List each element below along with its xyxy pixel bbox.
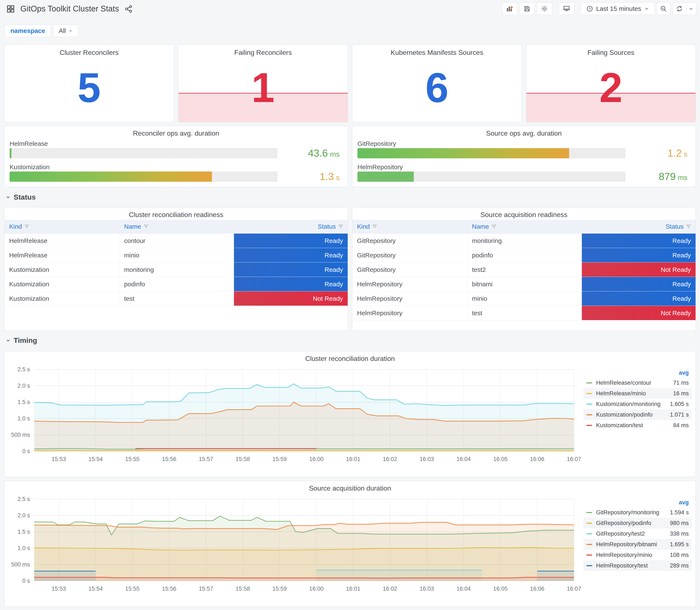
x-axis-tick-label: 15:54 [88, 456, 103, 462]
legend-series-swatch [586, 393, 592, 394]
section-status-title: Status [14, 193, 36, 201]
share-icon[interactable] [125, 5, 133, 13]
namespace-value-text: All [59, 27, 66, 34]
table-row: HelmRepositorytestNot Ready [352, 306, 696, 320]
chevron-down-icon [68, 29, 73, 33]
dashboard-grid-icon[interactable] [6, 5, 15, 13]
gauge-label: HelmRelease [10, 140, 48, 147]
refresh-button[interactable] [672, 2, 686, 15]
stat-value: 6 [352, 67, 522, 109]
x-axis-tick-label: 15:58 [236, 585, 250, 592]
legend-item[interactable]: GitRepository/test2338 ms [583, 528, 692, 539]
variable-namespace-value-dropdown[interactable]: All [53, 25, 78, 37]
legend-series-avg: 71 ms [673, 380, 689, 386]
legend-series-avg: 1.605 s [670, 401, 689, 407]
y-axis-tick-label: 2.5 s [17, 366, 30, 373]
legend-item[interactable]: Kustomization/test84 ms [583, 420, 692, 431]
legend-item[interactable]: Kustomization/monitoring1.605 s [583, 399, 692, 410]
section-timing-toggle[interactable]: Timing [5, 336, 37, 344]
x-axis-tick-label: 15:56 [162, 456, 176, 462]
cell-kind: GitRepository [352, 234, 467, 248]
legend-series-name: Kustomization/monitoring [596, 401, 670, 407]
y-axis-tick-label: 1.5 s [17, 529, 30, 535]
stat-panel-2: Kubernetes Manifests Sources6 [352, 45, 522, 122]
table-panel-1: Source acquisition readinessKindNameStat… [352, 207, 696, 331]
x-axis-tick-label: 16:04 [456, 585, 471, 592]
table-header-row: KindNameStatus [4, 220, 348, 234]
y-axis-tick-label: 2.5 s [17, 496, 30, 502]
stat-panel-title: Kubernetes Manifests Sources [352, 49, 522, 57]
column-header-status[interactable]: Status [582, 220, 696, 234]
column-header-name[interactable]: Name [467, 220, 582, 234]
legend-series-swatch [586, 512, 592, 513]
panel-title: Source ops avg. duration [352, 129, 696, 137]
cell-status: Ready [582, 248, 696, 262]
legend-item[interactable]: HelmRelease/minio16 ms [583, 388, 692, 399]
stat-panels-row: Cluster Reconcilers5Failing Reconcilers1… [4, 45, 696, 122]
column-header-name[interactable]: Name [119, 220, 234, 234]
save-dashboard-button[interactable] [519, 2, 535, 15]
stat-panel-0: Cluster Reconcilers5 [4, 45, 174, 122]
legend-item[interactable]: HelmRepository/bitnami1.695 s [583, 539, 692, 550]
status-badge: Ready [582, 234, 696, 248]
column-header-kind[interactable]: Kind [352, 220, 467, 234]
stat-panel-title: Cluster Reconcilers [4, 49, 174, 57]
gauge-track [10, 148, 278, 158]
refresh-interval-dropdown[interactable] [686, 2, 696, 15]
column-header-status[interactable]: Status [234, 220, 348, 234]
legend-item[interactable]: GitRepository/podinfo980 ms [583, 518, 692, 528]
cell-kind: HelmRepository [352, 277, 467, 291]
cycle-view-mode-button[interactable] [559, 2, 574, 15]
gauge-label: Kustomization [10, 163, 50, 171]
legend-item[interactable]: GitRepository/monitoring1.594 s [583, 507, 692, 518]
stat-panel-1: Failing Reconcilers1 [178, 45, 348, 122]
table-row: GitRepositorytest2Not Ready [352, 262, 696, 277]
legend-item[interactable]: HelmRepository/test289 ms [583, 560, 692, 571]
cell-status: Not Ready [582, 262, 696, 277]
toolbar-spacer [576, 2, 579, 15]
status-badge: Not Ready [582, 306, 696, 320]
gauge-value-number: 43.6 [308, 148, 328, 158]
stat-value: 1 [179, 67, 348, 109]
legend-series-name: Kustomization/podinfo [596, 412, 670, 418]
legend-series-avg: 289 ms [670, 562, 689, 569]
cell-kind: Kustomization [4, 262, 119, 277]
y-axis-tick-label: 1.0 s [17, 415, 30, 422]
bar-gauge-panel-0: Reconciler ops avg. durationHelmRelease4… [4, 126, 348, 187]
cell-name: podinfo [467, 248, 582, 262]
cell-kind: Kustomization [4, 277, 119, 291]
stat-panel-title: Failing Reconcilers [179, 49, 348, 57]
bar-gauge-panel-1: Source ops avg. durationGitRepository1.2… [352, 126, 696, 187]
x-axis-tick-label: 16:06 [530, 585, 544, 592]
cell-name: minio [467, 291, 582, 306]
series-area [34, 522, 574, 581]
x-axis-tick-label: 16:01 [346, 456, 360, 462]
dashboard-settings-button[interactable] [537, 2, 552, 15]
cell-name: test [119, 291, 234, 306]
gauge-value-number: 1.2 [667, 148, 682, 158]
column-header-kind[interactable]: Kind [4, 220, 119, 234]
x-axis-tick-label: 16:07 [567, 585, 581, 592]
legend-item[interactable]: Kustomization/podinfo1.071 s [583, 410, 692, 420]
column-header-label: Kind [9, 223, 22, 230]
y-axis-tick-label: 1.5 s [17, 399, 30, 405]
legend-item[interactable]: HelmRepository/minio108 ms [583, 550, 692, 560]
variable-namespace-label[interactable]: namespace [5, 25, 51, 37]
y-axis-tick-label: 1.0 s [17, 545, 30, 551]
gauge-fill [357, 172, 414, 182]
legend-series-name: HelmRelease/minio [596, 390, 673, 397]
time-range-picker[interactable]: Last 15 minutes [581, 2, 654, 15]
cell-name: minio [119, 248, 234, 262]
x-axis-tick-label: 16:01 [346, 585, 360, 592]
status-badge: Not Ready [234, 291, 348, 306]
legend-series-avg: 16 ms [673, 390, 689, 397]
section-status-toggle[interactable]: Status [5, 193, 36, 201]
add-panel-button[interactable] [502, 2, 517, 15]
legend-series-avg: 980 ms [670, 520, 689, 527]
zoom-out-button[interactable] [657, 2, 670, 15]
cell-status: Ready [234, 262, 348, 277]
cell-kind: Kustomization [4, 291, 119, 306]
legend-item[interactable]: HelmRelease/contour71 ms [583, 378, 692, 388]
chevron-down-icon [644, 6, 649, 11]
status-badge: Ready [582, 291, 696, 306]
